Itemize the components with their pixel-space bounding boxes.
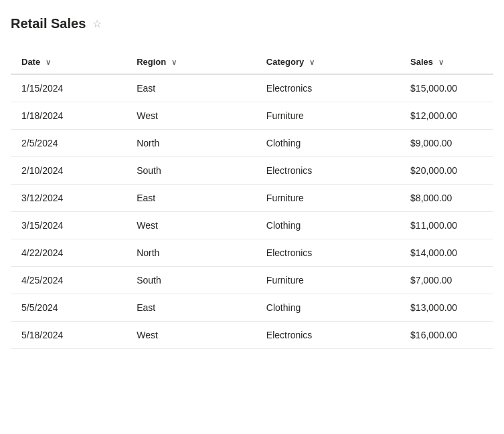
date-sort-icon[interactable]: ∨	[46, 58, 51, 67]
cell-category: Electronics	[256, 322, 400, 349]
cell-sales: $7,000.00	[400, 267, 493, 294]
cell-category: Electronics	[256, 239, 400, 267]
cell-category: Electronics	[256, 74, 400, 102]
table-row: 1/15/2024EastElectronics$15,000.00	[11, 74, 493, 102]
cell-region: South	[126, 267, 256, 294]
table-header: Date ∨ Region ∨ Category ∨ Sales ∨	[11, 50, 493, 74]
sales-sort-icon[interactable]: ∨	[438, 58, 444, 67]
cell-date: 2/5/2024	[11, 130, 126, 157]
header-row: Date ∨ Region ∨ Category ∨ Sales ∨	[11, 50, 493, 74]
cell-category: Clothing	[256, 212, 400, 239]
col-header-category[interactable]: Category ∨	[256, 50, 400, 74]
cell-date: 4/22/2024	[11, 239, 126, 267]
cell-region: West	[126, 102, 256, 130]
cell-category: Electronics	[256, 157, 400, 185]
table-row: 3/15/2024WestClothing$11,000.00	[11, 212, 493, 239]
col-header-region[interactable]: Region ∨	[126, 50, 256, 74]
col-header-sales[interactable]: Sales ∨	[400, 50, 493, 74]
cell-date: 3/15/2024	[11, 212, 126, 239]
cell-region: North	[126, 130, 256, 157]
cell-region: West	[126, 322, 256, 349]
cell-region: West	[126, 212, 256, 239]
cell-date: 1/18/2024	[11, 102, 126, 130]
cell-sales: $20,000.00	[400, 157, 493, 185]
cell-date: 5/5/2024	[11, 294, 126, 322]
cell-region: East	[126, 294, 256, 322]
cell-sales: $11,000.00	[400, 212, 493, 239]
table-row: 5/5/2024EastClothing$13,000.00	[11, 294, 493, 322]
cell-sales: $16,000.00	[400, 322, 493, 349]
cell-date: 3/12/2024	[11, 185, 126, 212]
cell-date: 5/18/2024	[11, 322, 126, 349]
table-row: 4/25/2024SouthFurniture$7,000.00	[11, 267, 493, 294]
favorite-star-icon[interactable]: ☆	[92, 17, 102, 30]
cell-category: Clothing	[256, 294, 400, 322]
title-row: Retail Sales ☆	[11, 16, 493, 31]
cell-sales: $9,000.00	[400, 130, 493, 157]
cell-category: Furniture	[256, 102, 400, 130]
cell-date: 1/15/2024	[11, 74, 126, 102]
cell-sales: $15,000.00	[400, 74, 493, 102]
table-row: 2/5/2024NorthClothing$9,000.00	[11, 130, 493, 157]
cell-sales: $14,000.00	[400, 239, 493, 267]
cell-date: 4/25/2024	[11, 267, 126, 294]
cell-sales: $13,000.00	[400, 294, 493, 322]
category-sort-icon[interactable]: ∨	[309, 58, 315, 67]
cell-region: East	[126, 74, 256, 102]
cell-sales: $8,000.00	[400, 185, 493, 212]
table-row: 1/18/2024WestFurniture$12,000.00	[11, 102, 493, 130]
page-title: Retail Sales	[11, 16, 86, 31]
cell-category: Furniture	[256, 267, 400, 294]
cell-date: 2/10/2024	[11, 157, 126, 185]
table-row: 5/18/2024WestElectronics$16,000.00	[11, 322, 493, 349]
table-row: 3/12/2024EastFurniture$8,000.00	[11, 185, 493, 212]
cell-category: Furniture	[256, 185, 400, 212]
cell-region: South	[126, 157, 256, 185]
cell-region: East	[126, 185, 256, 212]
table-row: 4/22/2024NorthElectronics$14,000.00	[11, 239, 493, 267]
cell-category: Clothing	[256, 130, 400, 157]
col-header-date[interactable]: Date ∨	[11, 50, 126, 74]
cell-sales: $12,000.00	[400, 102, 493, 130]
table-row: 2/10/2024SouthElectronics$20,000.00	[11, 157, 493, 185]
table-body: 1/15/2024EastElectronics$15,000.001/18/2…	[11, 74, 493, 349]
region-sort-icon[interactable]: ∨	[171, 58, 177, 67]
retail-sales-table: Date ∨ Region ∨ Category ∨ Sales ∨ 1/15/…	[11, 50, 493, 349]
cell-region: North	[126, 239, 256, 267]
